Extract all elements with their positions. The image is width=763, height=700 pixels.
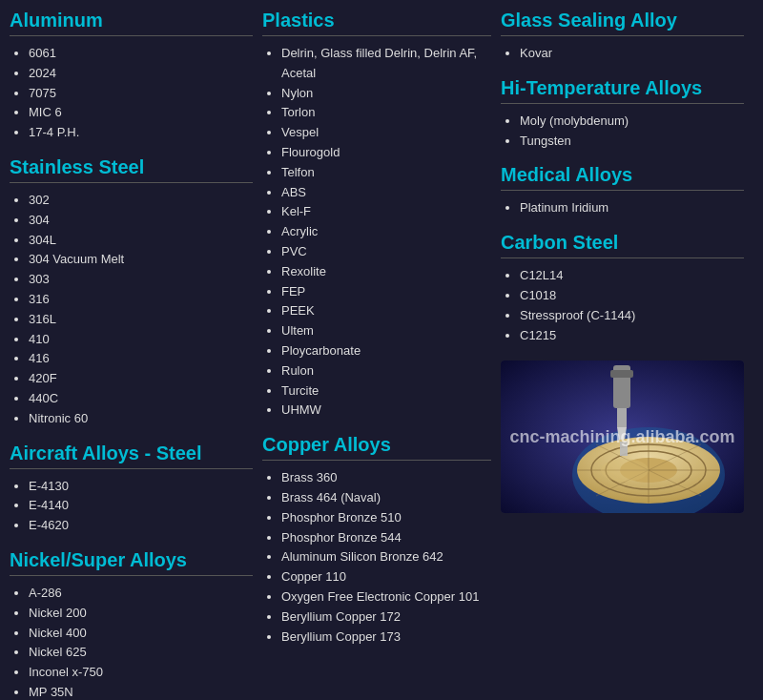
list-item: Beryllium Copper 172 bbox=[281, 607, 491, 628]
list-item: C12L14 bbox=[520, 266, 744, 286]
section-list: E-4130E-4140E-4620 bbox=[10, 477, 253, 536]
list-item: Platinum Iridium bbox=[520, 198, 744, 218]
list-item: Nylon bbox=[281, 84, 491, 104]
list-item: E-4130 bbox=[29, 477, 253, 497]
list-item: FEP bbox=[281, 282, 491, 302]
list-item: 416 bbox=[29, 349, 253, 369]
list-item: Stressproof (C-1144) bbox=[520, 306, 744, 326]
list-item: ABS bbox=[281, 183, 491, 203]
list-item: Beryllium Copper 173 bbox=[281, 628, 491, 648]
section-list: C12L14C1018Stressproof (C-1144)C1215 bbox=[501, 266, 744, 345]
list-item: Nickel 400 bbox=[29, 624, 253, 644]
list-item: 7075 bbox=[29, 84, 253, 104]
list-item: Nickel 625 bbox=[29, 643, 253, 663]
list-item: 316L bbox=[29, 310, 253, 330]
list-item: Rexolite bbox=[281, 262, 491, 282]
list-item: Acrylic bbox=[281, 222, 491, 242]
list-item: Inconel x-750 bbox=[29, 663, 253, 683]
list-item: 2024 bbox=[29, 64, 253, 84]
section-list: Moly (molybdenum)Tungsten bbox=[501, 112, 744, 152]
list-item: Brass 360 bbox=[281, 468, 491, 488]
list-item: E-4620 bbox=[29, 516, 253, 536]
middle-column: PlasticsDelrin, Glass filled Delrin, Del… bbox=[262, 10, 491, 700]
list-item: Copper 110 bbox=[281, 567, 491, 587]
cnc-image: cnc-machining.alibaba.com bbox=[501, 360, 744, 513]
list-item: 410 bbox=[29, 330, 253, 350]
list-item: C1018 bbox=[520, 286, 744, 306]
list-item: Kovar bbox=[520, 44, 744, 64]
section-list: Platinum Iridium bbox=[501, 198, 744, 218]
list-item: Ploycarbonate bbox=[281, 341, 491, 361]
list-item: MP 35N bbox=[29, 683, 253, 700]
list-item: 316 bbox=[29, 290, 253, 310]
list-item: MIC 6 bbox=[29, 103, 253, 123]
section-title: Nickel/Super Alloys bbox=[10, 549, 253, 576]
left-column: Aluminum606120247075MIC 617-4 P.H.Stainl… bbox=[10, 10, 253, 700]
list-item: 420F bbox=[29, 369, 253, 389]
list-item: 303 bbox=[29, 270, 253, 290]
list-item: Torlon bbox=[281, 103, 491, 123]
section-title: Glass Sealing Alloy bbox=[501, 10, 744, 36]
list-item: 304 bbox=[29, 211, 253, 231]
section-list: A-286Nickel 200Nickel 400Nickel 625Incon… bbox=[10, 584, 253, 700]
list-item: Nitronic 60 bbox=[29, 409, 253, 429]
list-item: 304L bbox=[29, 231, 253, 251]
section-title: Plastics bbox=[262, 10, 491, 36]
list-item: Ultem bbox=[281, 321, 491, 341]
list-item: Vespel bbox=[281, 123, 491, 143]
list-item: Delrin, Glass filled Delrin, Delrin AF, … bbox=[281, 44, 491, 84]
section-list: 302304304L304 Vacuum Melt303316316L41041… bbox=[10, 191, 253, 429]
section-title: Copper Alloys bbox=[262, 434, 491, 461]
section-title: Aluminum bbox=[10, 10, 253, 36]
section-title: Stainless Steel bbox=[10, 156, 253, 183]
list-item: Kel-F bbox=[281, 202, 491, 222]
list-item: E-4140 bbox=[29, 496, 253, 516]
list-item: Moly (molybdenum) bbox=[520, 112, 744, 132]
list-item: Aluminum Silicon Bronze 642 bbox=[281, 547, 491, 567]
list-item: Turcite bbox=[281, 381, 491, 401]
section-list: 606120247075MIC 617-4 P.H. bbox=[10, 44, 253, 143]
svg-rect-14 bbox=[620, 442, 628, 456]
list-item: 17-4 P.H. bbox=[29, 123, 253, 143]
list-item: UHMW bbox=[281, 401, 491, 421]
section-list: Brass 360Brass 464 (Naval)Phosphor Bronz… bbox=[262, 468, 491, 647]
list-item: PEEK bbox=[281, 301, 491, 321]
list-item: Phosphor Bronze 510 bbox=[281, 508, 491, 528]
list-item: PVC bbox=[281, 242, 491, 262]
list-item: Tungsten bbox=[520, 132, 744, 152]
section-list: Kovar bbox=[501, 44, 744, 64]
list-item: A-286 bbox=[29, 584, 253, 604]
svg-rect-5 bbox=[610, 370, 633, 378]
page-container: Aluminum606120247075MIC 617-4 P.H.Stainl… bbox=[0, 0, 763, 700]
list-item: Nickel 200 bbox=[29, 604, 253, 624]
section-title: Aircraft Alloys - Steel bbox=[10, 443, 253, 469]
list-item: 302 bbox=[29, 191, 253, 211]
section-list: Delrin, Glass filled Delrin, Delrin AF, … bbox=[262, 44, 491, 421]
list-item: 440C bbox=[29, 389, 253, 409]
list-item: Phosphor Bronze 544 bbox=[281, 528, 491, 548]
section-title: Hi-Temperature Alloys bbox=[501, 77, 744, 104]
section-title: Carbon Steel bbox=[501, 232, 744, 258]
section-title: Medical Alloys bbox=[501, 164, 744, 191]
list-item: Oxygen Free Electronic Copper 101 bbox=[281, 587, 491, 607]
list-item: C1215 bbox=[520, 326, 744, 346]
list-item: Telfon bbox=[281, 163, 491, 183]
list-item: 304 Vacuum Melt bbox=[29, 250, 253, 270]
list-item: Flourogold bbox=[281, 143, 491, 163]
list-item: Rulon bbox=[281, 361, 491, 381]
svg-point-15 bbox=[601, 459, 649, 482]
svg-rect-3 bbox=[617, 408, 627, 427]
right-column: Glass Sealing AlloyKovarHi-Temperature A… bbox=[501, 10, 744, 700]
list-item: Brass 464 (Naval) bbox=[281, 488, 491, 508]
list-item: 6061 bbox=[29, 44, 253, 64]
